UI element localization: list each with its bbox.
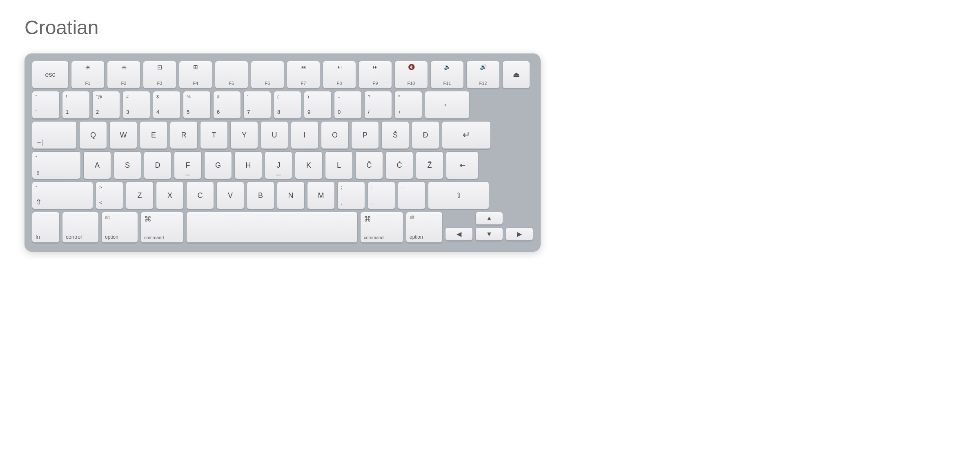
- key-semicolon[interactable]: Č: [355, 151, 383, 179]
- key-l[interactable]: L: [325, 151, 353, 179]
- key-period[interactable]: : .: [368, 182, 395, 209]
- page-title: Croatian: [24, 16, 98, 39]
- key-f3[interactable]: ⊡ F3: [143, 61, 176, 89]
- key-4[interactable]: $ 4: [153, 91, 180, 119]
- key-esc[interactable]: esc: [32, 61, 69, 89]
- key-lbracket[interactable]: Š: [381, 121, 409, 149]
- zxcv-row: • ⇧ > < Z X C V B N M ; ,: [32, 182, 533, 209]
- key-f1[interactable]: ☀ F1: [71, 61, 105, 89]
- key-f6[interactable]: F6: [251, 61, 284, 89]
- key-arrow-up[interactable]: ▲: [475, 212, 503, 225]
- key-equal[interactable]: * +: [394, 91, 422, 119]
- key-1[interactable]: ! 1: [62, 91, 90, 119]
- key-i[interactable]: I: [291, 121, 318, 149]
- key-fn[interactable]: fn: [32, 212, 60, 243]
- key-a[interactable]: A: [83, 151, 111, 179]
- key-x[interactable]: X: [156, 182, 184, 209]
- keyboard-wrapper: esc ☀ F1 ✳ F2 ⊡ F3 ⊞ F4 F5: [24, 53, 541, 252]
- key-g[interactable]: G: [204, 151, 232, 179]
- key-f11[interactable]: 🔈 F11: [430, 61, 464, 89]
- key-delete[interactable]: ←: [425, 91, 470, 119]
- key-h[interactable]: H: [234, 151, 262, 179]
- key-2[interactable]: "@ 2: [92, 91, 120, 119]
- key-less[interactable]: > <: [96, 182, 123, 209]
- key-backslash[interactable]: Ž: [416, 151, 443, 179]
- key-o[interactable]: O: [321, 121, 349, 149]
- keyboard: esc ☀ F1 ✳ F2 ⊡ F3 ⊞ F4 F5: [32, 61, 533, 243]
- qwerty-row: →| Q W E R T Y U I O P Š Đ ↵: [32, 121, 533, 149]
- key-caps-enter[interactable]: ⇤: [446, 151, 479, 179]
- key-minus[interactable]: ? /: [364, 91, 392, 119]
- key-backtick[interactable]: " ": [32, 91, 60, 119]
- key-f9[interactable]: ⏭ F9: [359, 61, 392, 89]
- key-f2[interactable]: ✳ F2: [107, 61, 140, 89]
- key-arrow-down[interactable]: ▼: [475, 227, 503, 241]
- key-5[interactable]: % 5: [183, 91, 211, 119]
- key-rbracket[interactable]: Đ: [412, 121, 439, 149]
- key-f8[interactable]: ⏯ F8: [323, 61, 356, 89]
- key-f12[interactable]: 🔊 F12: [466, 61, 500, 89]
- key-0[interactable]: = 0: [334, 91, 362, 119]
- key-e[interactable]: E: [140, 121, 167, 149]
- key-7[interactable]: ' 7: [243, 91, 271, 119]
- key-command-left[interactable]: ⌘ command: [140, 212, 184, 243]
- key-w[interactable]: W: [109, 121, 137, 149]
- key-spacebar[interactable]: [186, 212, 358, 243]
- key-r[interactable]: R: [170, 121, 198, 149]
- key-k[interactable]: K: [295, 151, 323, 179]
- key-comma[interactable]: ; ,: [337, 182, 365, 209]
- key-q[interactable]: Q: [79, 121, 107, 149]
- key-arrow-left[interactable]: ◀: [445, 227, 473, 241]
- key-n[interactable]: N: [277, 182, 305, 209]
- key-caps-lock[interactable]: • ⇪: [32, 151, 81, 179]
- key-v[interactable]: V: [216, 182, 244, 209]
- key-alt-left[interactable]: alt option: [101, 212, 138, 243]
- key-t[interactable]: T: [200, 121, 228, 149]
- key-8[interactable]: ( 8: [274, 91, 301, 119]
- key-6[interactable]: & 6: [213, 91, 241, 119]
- key-9[interactable]: ) 9: [304, 91, 332, 119]
- key-enter[interactable]: ↵: [442, 121, 491, 149]
- key-z[interactable]: Z: [126, 182, 154, 209]
- key-shift-left[interactable]: • ⇧: [32, 182, 93, 209]
- key-c[interactable]: C: [186, 182, 214, 209]
- key-f4[interactable]: ⊞ F4: [179, 61, 212, 89]
- key-s[interactable]: S: [114, 151, 141, 179]
- fn-row: esc ☀ F1 ✳ F2 ⊡ F3 ⊞ F4 F5: [32, 61, 533, 89]
- key-y[interactable]: Y: [230, 121, 258, 149]
- key-m[interactable]: M: [307, 182, 335, 209]
- key-u[interactable]: U: [261, 121, 288, 149]
- key-p[interactable]: P: [351, 121, 379, 149]
- key-b[interactable]: B: [247, 182, 274, 209]
- key-j[interactable]: J: [265, 151, 292, 179]
- key-d[interactable]: D: [144, 151, 172, 179]
- key-f5[interactable]: F5: [215, 61, 248, 89]
- key-f7[interactable]: ⏮ F7: [287, 61, 320, 89]
- key-f10[interactable]: 🔇 F10: [394, 61, 428, 89]
- key-quote[interactable]: Ć: [385, 151, 413, 179]
- key-slash[interactable]: – –: [398, 182, 425, 209]
- key-shift-right[interactable]: ⇧: [428, 182, 489, 209]
- asdf-row: • ⇪ A S D F G H J K L Č Ć Ž ⇤: [32, 151, 533, 179]
- key-3[interactable]: # 3: [122, 91, 150, 119]
- arrow-cluster: ▲ ◀ ▼ ▶: [445, 212, 533, 243]
- number-row: " " ! 1 "@ 2 # 3: [32, 91, 533, 119]
- key-tab[interactable]: →|: [32, 121, 77, 149]
- arrow-top-row: ▲: [445, 212, 533, 225]
- bottom-row: fn control alt option ⌘ command: [32, 212, 533, 243]
- key-control[interactable]: control: [62, 212, 99, 243]
- key-f[interactable]: F: [174, 151, 202, 179]
- key-arrow-right[interactable]: ▶: [506, 227, 533, 241]
- key-alt-right[interactable]: alt option: [406, 212, 443, 243]
- key-command-right[interactable]: ⌘ command: [360, 212, 403, 243]
- arrow-bottom-row: ◀ ▼ ▶: [445, 227, 533, 241]
- key-eject[interactable]: ⏏: [502, 61, 530, 89]
